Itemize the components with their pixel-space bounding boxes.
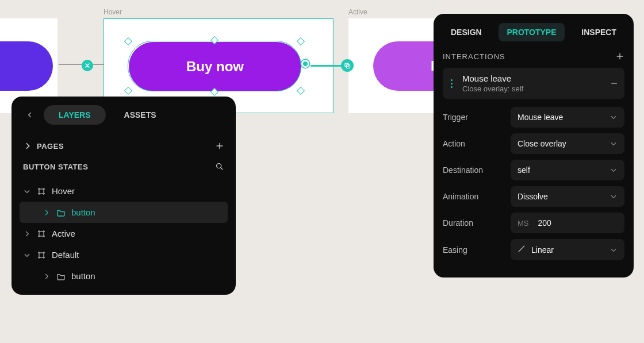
animation-value: Dissolve bbox=[518, 192, 548, 201]
frame-label-active: Active bbox=[348, 8, 367, 16]
animation-select[interactable]: Dissolve bbox=[511, 186, 624, 207]
duration-value: 200 bbox=[538, 218, 551, 228]
layer-active-frame[interactable]: Active bbox=[20, 223, 228, 244]
interaction-item[interactable]: Mouse leave Close overlay: self − bbox=[443, 68, 624, 99]
easing-curve-icon bbox=[518, 245, 526, 255]
easing-select[interactable]: Linear bbox=[511, 239, 624, 260]
interactions-heading: INTERACTIONS bbox=[443, 52, 505, 61]
prototype-panel: DESIGN PROTOTYPE INSPECT INTERACTIONS Mo… bbox=[434, 14, 634, 278]
folder-icon bbox=[56, 208, 66, 217]
overlay-target-icon[interactable] bbox=[341, 59, 354, 72]
folder-icon bbox=[56, 272, 66, 281]
frame-label-hover: Hover bbox=[103, 8, 122, 16]
plus-icon[interactable] bbox=[615, 52, 624, 61]
inspector-tabs: DESIGN PROTOTYPE INSPECT bbox=[443, 23, 624, 41]
layer-label: Hover bbox=[52, 186, 75, 196]
easing-label: Easing bbox=[443, 245, 505, 255]
chevron-down-icon bbox=[610, 113, 618, 121]
layer-tree: Hover button Active Default button bbox=[20, 180, 228, 287]
chevron-right-icon bbox=[43, 209, 51, 217]
layer-label: button bbox=[71, 271, 95, 281]
pages-section[interactable]: PAGES bbox=[20, 136, 228, 156]
connector-start-node[interactable] bbox=[301, 60, 309, 68]
trigger-value: Mouse leave bbox=[518, 113, 563, 122]
svg-point-2 bbox=[217, 164, 221, 168]
chevron-down-icon bbox=[610, 192, 618, 201]
chevron-right-icon bbox=[23, 230, 31, 238]
animation-label: Animation bbox=[443, 192, 505, 201]
duration-input[interactable]: MS 200 bbox=[511, 213, 624, 233]
svg-rect-4 bbox=[39, 232, 44, 236]
duration-unit: MS bbox=[518, 219, 529, 228]
layer-default-frame[interactable]: Default bbox=[20, 244, 228, 265]
plus-icon[interactable] bbox=[215, 141, 224, 151]
interaction-title: Mouse leave bbox=[462, 74, 605, 83]
chevron-down-icon bbox=[610, 246, 618, 254]
chevron-down-icon bbox=[610, 140, 618, 148]
chevron-down-icon bbox=[610, 166, 618, 174]
remove-interaction-icon[interactable]: − bbox=[611, 77, 618, 90]
easing-value: Linear bbox=[531, 245, 554, 255]
layer-default-button[interactable]: button bbox=[20, 265, 228, 287]
action-value: Close overlay bbox=[518, 139, 566, 148]
action-label: Action bbox=[443, 139, 505, 148]
search-icon[interactable] bbox=[215, 162, 224, 171]
layer-label: Active bbox=[52, 229, 75, 238]
action-select[interactable]: Close overlay bbox=[511, 133, 624, 154]
layer-hover-frame[interactable]: Hover bbox=[20, 180, 228, 202]
layers-panel: LAYERS ASSETS PAGES BUTTON STATES Hover … bbox=[12, 97, 236, 295]
duration-label: Duration bbox=[443, 218, 505, 228]
frame-icon bbox=[37, 250, 46, 260]
trigger-label: Trigger bbox=[443, 113, 505, 122]
frame-icon bbox=[37, 229, 46, 238]
destination-label: Destination bbox=[443, 165, 505, 175]
svg-rect-5 bbox=[39, 253, 44, 257]
connector-delete-icon[interactable] bbox=[82, 60, 93, 71]
layer-label: button bbox=[71, 207, 95, 217]
chevron-down-icon bbox=[23, 187, 31, 195]
pages-label: PAGES bbox=[37, 142, 64, 151]
prototype-connector[interactable] bbox=[59, 64, 103, 65]
tab-design[interactable]: DESIGN bbox=[443, 23, 490, 41]
trigger-select[interactable]: Mouse leave bbox=[511, 107, 624, 128]
layer-label: Default bbox=[52, 250, 79, 260]
tab-inspect[interactable]: INSPECT bbox=[573, 23, 624, 41]
svg-rect-3 bbox=[39, 189, 44, 194]
chevron-right-icon bbox=[43, 272, 51, 280]
chevron-right-icon bbox=[23, 141, 32, 151]
tab-layers[interactable]: LAYERS bbox=[44, 105, 106, 125]
chevron-down-icon bbox=[23, 251, 31, 259]
layer-hover-button[interactable]: button bbox=[20, 202, 228, 223]
tab-prototype[interactable]: PROTOTYPE bbox=[499, 23, 564, 41]
tab-assets[interactable]: ASSETS bbox=[109, 105, 171, 125]
back-button[interactable] bbox=[20, 105, 40, 125]
interaction-subtitle: Close overlay: self bbox=[462, 84, 605, 93]
destination-value: self bbox=[518, 165, 530, 175]
destination-select[interactable]: self bbox=[511, 160, 624, 180]
group-section: BUTTON STATES bbox=[20, 156, 228, 177]
frame-icon bbox=[37, 187, 46, 196]
group-label: BUTTON STATES bbox=[23, 163, 88, 171]
selection-outline bbox=[128, 41, 301, 91]
drag-handle-icon[interactable] bbox=[446, 79, 457, 88]
button-default[interactable]: Buy now bbox=[0, 41, 53, 91]
